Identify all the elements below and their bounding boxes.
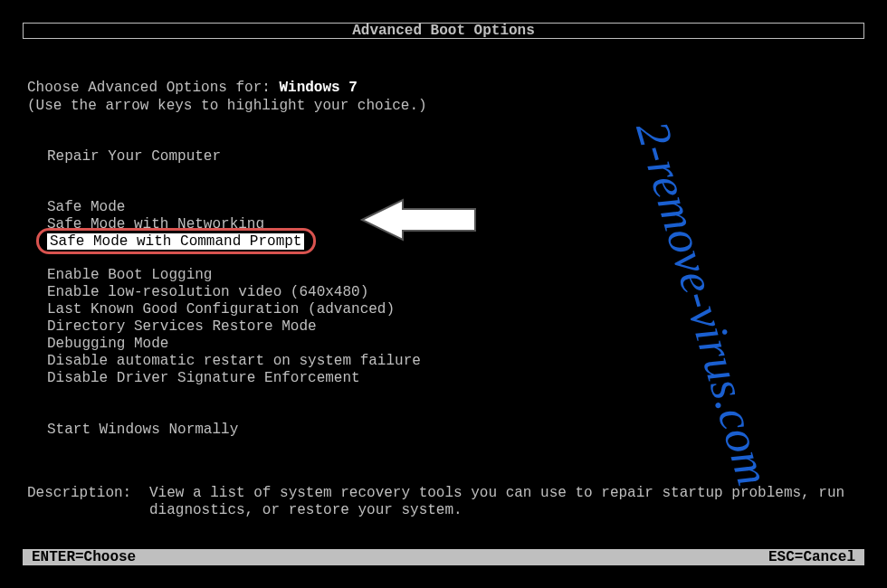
footer-esc-hint: ESC=Cancel [768,549,855,565]
option-disable-driver-signature[interactable]: Disable Driver Signature Enforcement [47,370,864,387]
description-text: View a list of system recovery tools you… [149,485,864,519]
page-title: Advanced Boot Options [352,23,535,39]
option-disable-auto-restart[interactable]: Disable automatic restart on system fail… [47,353,864,370]
option-enable-boot-logging[interactable]: Enable Boot Logging [47,267,864,284]
option-last-known-good-config[interactable]: Last Known Good Configuration (advanced) [47,301,864,318]
choose-prefix: Choose Advanced Options for: [27,80,279,96]
option-repair-computer[interactable]: Repair Your Computer [47,148,864,165]
description-label: Description: [27,485,149,519]
option-safe-mode-networking[interactable]: Safe Mode with Networking [47,216,864,233]
option-safe-mode-command-prompt[interactable]: Safe Mode with Command Prompt [47,233,304,251]
footer-enter-hint: ENTER=Choose [32,549,136,565]
footer-bar: ENTER=Choose ESC=Cancel [23,549,864,565]
option-directory-services-restore[interactable]: Directory Services Restore Mode [47,318,864,336]
choose-options-line: Choose Advanced Options for: Windows 7 [27,80,864,96]
os-name: Windows 7 [279,80,357,96]
selected-option-label: Safe Mode with Command Prompt [47,233,304,250]
title-bar: Advanced Boot Options [23,23,864,39]
advanced-options-group: Enable Boot Logging Enable low-resolutio… [47,267,864,387]
arrow-keys-hint: (Use the arrow keys to highlight your ch… [27,98,864,114]
option-debugging-mode[interactable]: Debugging Mode [47,336,864,353]
safe-mode-group: Safe Mode Safe Mode with Networking Safe… [47,199,864,251]
option-start-windows-normally[interactable]: Start Windows Normally [47,422,864,438]
option-low-resolution-video[interactable]: Enable low-resolution video (640x480) [47,284,864,301]
description-block: Description: View a list of system recov… [27,485,864,519]
option-safe-mode[interactable]: Safe Mode [47,199,864,216]
